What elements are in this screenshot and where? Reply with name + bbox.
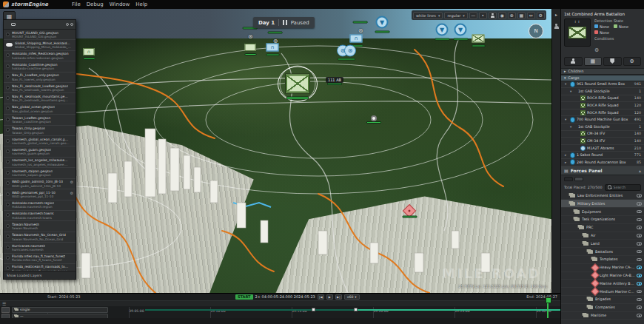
visibility-eye-icon[interactable] (637, 282, 642, 286)
layer-toggle[interactable] (6, 53, 10, 57)
layer-row[interactable]: Florida_redOcean:fl_navroads_towns flori… (4, 264, 76, 271)
range-handle[interactable] (312, 308, 315, 311)
map-marker[interactable] (266, 44, 279, 52)
cargo-item[interactable]: 240 Round Autocannon Box 85 (561, 159, 644, 166)
layer-toggle[interactable] (6, 33, 10, 36)
layer-settings-icon[interactable] (70, 191, 73, 195)
entities-rail-icon[interactable] (554, 24, 559, 29)
map-marker[interactable]: 111 AB (326, 77, 343, 83)
map-marker[interactable] (248, 27, 253, 41)
collapse-rail-icon[interactable]: ▸ (555, 12, 557, 17)
layer-row[interactable]: Taiwan:Navmesh_No_Ocean_Grid taiwan:Navm… (4, 232, 76, 243)
visibility-eye-icon[interactable] (637, 274, 642, 277)
cargo-item[interactable]: 961 Round Small Arms Box 941 (561, 81, 644, 89)
layer-toggle[interactable] (6, 118, 10, 121)
layer-toggle[interactable] (6, 234, 10, 238)
layer-row[interactable]: navmesh_global_ocean_canals.geojson navm… (4, 136, 76, 146)
map-toolbar-dropdown[interactable]: regular ▾ (444, 12, 467, 19)
cargo-item[interactable]: ROCA Rifle Squad 140 (561, 95, 644, 103)
layer-toggle[interactable] (6, 213, 10, 217)
children-section-bar[interactable]: ▸ Children (561, 68, 644, 75)
expand-caret-icon[interactable] (565, 161, 568, 164)
menu-item[interactable]: File (72, 1, 81, 7)
forces-panel-header[interactable]: ▤ Forces Panel ▴ (561, 166, 644, 175)
force-tree-row[interactable]: Templates (561, 256, 644, 264)
layer-toggle[interactable] (6, 224, 10, 228)
menu-item[interactable]: Help (135, 1, 147, 7)
map-marker[interactable] (358, 21, 363, 36)
expand-caret-icon[interactable] (565, 82, 568, 86)
cargo-item[interactable]: M1A2T Abrams 210 (561, 145, 644, 152)
forces-tab[interactable] (564, 177, 573, 181)
layer-row[interactable]: navmesh_saipan.geojson navmesh_saipan.ge… (4, 168, 76, 178)
map-marker[interactable] (286, 75, 309, 93)
visibility-eye-icon[interactable] (637, 290, 642, 294)
track-header[interactable]: single (1, 307, 108, 313)
step-forward-button[interactable]: ▶| (335, 294, 342, 300)
force-tree-row[interactable]: Military Entities (561, 200, 644, 208)
layer-settings-icon[interactable] (70, 180, 73, 184)
map-marker[interactable] (350, 35, 363, 43)
layer-row[interactable]: Hurricanes:navmesh hurricanes:navmesh (4, 243, 76, 253)
layer-toggle[interactable] (6, 86, 10, 90)
map-toolbar-dropdown[interactable]: white lines ▾ (413, 12, 443, 19)
map-viewport[interactable]: MILE ROAD (0, 9, 551, 293)
layer-row[interactable]: Nav_global_ocean.geojson Nav_global_ocea… (4, 104, 76, 115)
panel-action-icon[interactable] (70, 23, 73, 26)
layer-toggle[interactable] (6, 256, 10, 260)
visibility-eye-icon[interactable] (637, 298, 642, 302)
map-marker[interactable] (376, 16, 389, 29)
layer-toggle[interactable] (6, 64, 10, 68)
layer-row[interactable]: Taiwan:Navmesh taiwan:Navmesh (4, 221, 76, 232)
compass[interactable]: N (529, 24, 543, 38)
layer-toggle[interactable] (6, 96, 10, 100)
layer-toggle[interactable] (6, 266, 10, 270)
map-marker[interactable] (337, 45, 356, 56)
map-marker[interactable] (455, 24, 467, 36)
expand-caret-icon[interactable] (570, 125, 574, 129)
tab-inventory[interactable]: ▦ (584, 57, 603, 66)
force-tree-row[interactable]: Battalions (561, 248, 644, 256)
layer-toggle[interactable] (6, 171, 10, 175)
layers-tab[interactable] (18, 23, 21, 26)
step-back-button[interactable]: |◀ (318, 294, 324, 300)
point-icon[interactable] (479, 12, 487, 19)
measure-icon[interactable] (469, 12, 477, 19)
target-icon[interactable] (498, 12, 506, 19)
cargo-section-bar[interactable]: ▾ Cargo (561, 75, 644, 81)
layer-row[interactable]: Nav_FL_LowRes_only.geojson Nav_FL_lowres… (4, 72, 76, 83)
layer-row[interactable]: Global_Shipping_Minus_Hokkaido_Taiwan_Fl… (4, 40, 76, 50)
force-tree-row[interactable]: PRC (561, 224, 644, 232)
expand-caret-icon[interactable] (570, 90, 574, 93)
grid-icon[interactable] (517, 12, 526, 19)
layer-toggle[interactable] (6, 246, 10, 249)
layer-row[interactable]: Taiwan_Only.geojson Taiwan_Only.geojson (4, 126, 76, 136)
menu-item[interactable]: Debug (87, 1, 104, 7)
visibility-eye-icon[interactable] (637, 226, 642, 229)
timeline-ruler[interactable]: ☰ 09:00:00 09:05:00 09:10:00 09:15:00 09… (0, 300, 560, 306)
layers-tab[interactable] (11, 23, 16, 26)
visibility-eye-icon[interactable] (637, 258, 642, 262)
visibility-eye-icon[interactable] (637, 306, 642, 309)
layers-tab[interactable] (6, 23, 9, 26)
search-input[interactable]: Search (605, 184, 641, 191)
unit-filter-icon[interactable] (489, 12, 497, 19)
cargo-item[interactable]: 700 Round Machine Gun Box 491 (561, 116, 644, 124)
cargo-item[interactable]: 1st GAB Stockpile 1 (561, 124, 644, 131)
globe-icon[interactable] (508, 12, 516, 19)
layer-row[interactable]: Nav_FL_sealroads_mountains.geojson Nav_F… (4, 93, 76, 104)
force-tree-row[interactable]: Maritime (561, 312, 644, 320)
layer-row[interactable]: Hokkaido_mfes_RedOcean.geojson hokkaido-… (4, 51, 76, 61)
track-filter-icon[interactable]: ☰ (2, 301, 6, 306)
cargo-item[interactable]: ROCA Rifle Squad 120 (561, 102, 644, 109)
force-tree-row[interactable]: Land (561, 240, 644, 248)
layer-row[interactable]: navmesh_guam.geojson navmesh_guam.geojso… (4, 146, 76, 157)
start-chip[interactable]: START (235, 294, 253, 300)
force-tree-row[interactable]: Equipment (561, 208, 644, 216)
collapse-icon[interactable]: ▴ (639, 168, 641, 173)
cargo-item[interactable]: CM-34 IFV 140 (561, 138, 644, 145)
cargo-item[interactable]: 1 Sabot Round 771 (561, 152, 644, 159)
force-tree-row[interactable]: Heavy Marine CA-BN, 3rd Marine B... (561, 264, 644, 272)
range-handle[interactable] (354, 308, 358, 311)
speed-select[interactable]: x60 ▾ (344, 294, 360, 300)
